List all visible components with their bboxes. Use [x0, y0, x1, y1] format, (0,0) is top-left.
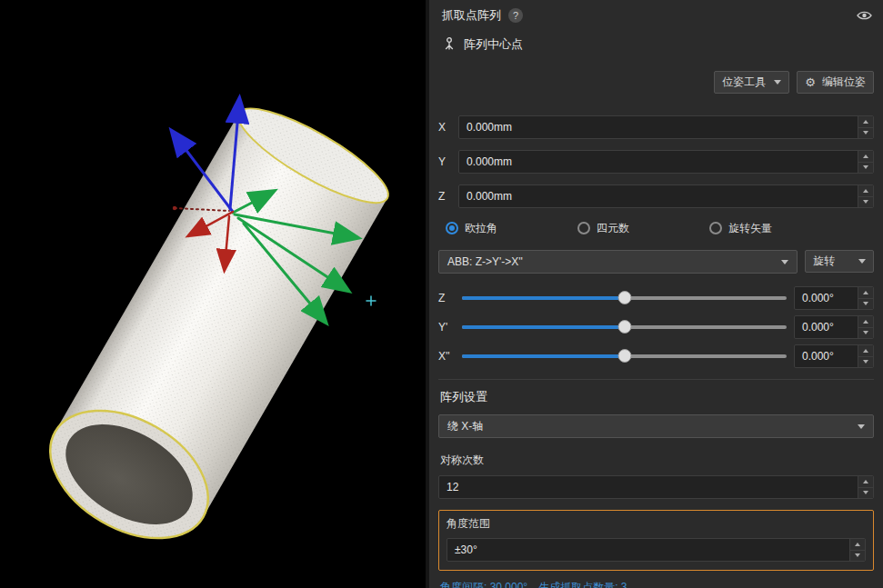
radio-euler-angles[interactable]: 欧拉角 — [446, 221, 497, 236]
angle-value-x-doubleprime[interactable]: 0.000° — [795, 345, 858, 367]
triangle-up-icon — [863, 349, 868, 353]
x-value[interactable]: 0.000mm — [459, 116, 858, 138]
angle-field-y-prime[interactable]: 0.000° — [794, 315, 874, 339]
coordinate-row-y: Y 0.000mm — [438, 150, 874, 174]
section-divider — [438, 379, 874, 380]
page-title: 抓取点阵列 — [442, 7, 501, 24]
rotation-row-y-prime: Y' 0.000° — [438, 315, 874, 339]
angle-spinner-x-doubleprime[interactable] — [858, 345, 873, 367]
spinner-up-button[interactable] — [858, 345, 873, 357]
app-window: 抓取点阵列 ? 阵列中心点 位姿工具 — [0, 0, 883, 588]
rotation-axis-value: 绕 X-轴 — [447, 419, 858, 434]
symmetry-count-value[interactable]: 12 — [439, 476, 858, 498]
radio-rotation-vector[interactable]: 旋转矢量 — [709, 221, 772, 236]
angle-range-spinner[interactable] — [849, 539, 865, 561]
z-spinner[interactable] — [858, 185, 873, 207]
triangle-down-icon — [863, 302, 868, 305]
rotation-row-x-doubleprime: X'' 0.000° — [438, 344, 874, 368]
symmetry-count-input[interactable]: 12 — [438, 475, 874, 499]
triangle-down-icon — [863, 165, 868, 169]
spinner-down-button[interactable] — [858, 299, 873, 310]
pose-tool-button[interactable]: 位姿工具 — [714, 71, 789, 94]
chevron-down-icon — [858, 424, 865, 429]
spinner-down-button[interactable] — [858, 197, 873, 208]
spinner-down-button[interactable] — [858, 357, 873, 368]
spinner-up-button[interactable] — [858, 287, 873, 299]
radio-label: 旋转矢量 — [728, 221, 772, 236]
radio-label: 四元数 — [597, 221, 629, 236]
rotation-slider-x-doubleprime[interactable] — [462, 344, 787, 368]
slider-label-x-doubleprime: X'' — [438, 350, 462, 363]
slider-handle[interactable] — [617, 291, 631, 304]
grasp-point-array-panel: 抓取点阵列 ? 阵列中心点 位姿工具 — [426, 0, 883, 588]
slider-fill — [462, 325, 625, 329]
help-icon[interactable]: ? — [508, 8, 523, 23]
angle-field-x-doubleprime[interactable]: 0.000° — [794, 344, 874, 368]
angle-spinner-y-prime[interactable] — [858, 316, 873, 338]
spinner-down-button[interactable] — [858, 488, 873, 499]
axis-label-x: X — [438, 121, 458, 134]
angle-field-z[interactable]: 0.000° — [794, 286, 874, 310]
chevron-down-icon — [774, 80, 781, 85]
angle-range-input[interactable]: ±30° — [447, 538, 866, 562]
z-input[interactable]: 0.000mm — [458, 184, 874, 208]
array-settings-title: 阵列设置 — [440, 389, 874, 405]
y-value[interactable]: 0.000mm — [459, 151, 858, 173]
edit-pose-button[interactable]: ⚙ 编辑位姿 — [797, 71, 874, 94]
triangle-up-icon — [863, 320, 868, 324]
spinner-down-button[interactable] — [858, 328, 873, 339]
viewport-3d[interactable] — [0, 0, 426, 588]
euler-convention-row: ABB: Z->Y'->X'' 旋转 — [438, 250, 874, 274]
y-input[interactable]: 0.000mm — [458, 150, 874, 174]
x-input[interactable]: 0.000mm — [458, 115, 874, 139]
spinner-down-button[interactable] — [858, 128, 873, 139]
slider-handle[interactable] — [617, 349, 631, 363]
triangle-up-icon — [863, 154, 868, 158]
angle-value-z[interactable]: 0.000° — [795, 287, 858, 309]
triangle-down-icon — [863, 200, 868, 204]
spinner-up-button[interactable] — [850, 539, 865, 551]
euler-convention-value: ABB: Z->Y'->X'' — [447, 255, 781, 268]
x-spinner[interactable] — [858, 116, 873, 138]
triangle-down-icon — [855, 553, 860, 557]
rotate-button[interactable]: 旋转 — [805, 250, 874, 273]
chevron-down-icon — [858, 259, 866, 264]
symmetry-spinner[interactable] — [858, 476, 873, 498]
euler-convention-select[interactable]: ABB: Z->Y'->X'' — [438, 250, 798, 274]
triangle-down-icon — [863, 331, 868, 334]
spinner-down-button[interactable] — [858, 163, 873, 174]
pose-tool-label: 位姿工具 — [722, 75, 766, 90]
coordinate-inputs: X 0.000mm Y 0.000mm — [438, 115, 874, 208]
chevron-down-icon — [781, 260, 788, 264]
angle-range-label: 角度范围 — [447, 516, 866, 532]
angle-spinner-z[interactable] — [858, 287, 873, 309]
spinner-up-button[interactable] — [858, 151, 873, 163]
y-spinner[interactable] — [858, 151, 873, 173]
spinner-up-button[interactable] — [858, 116, 873, 128]
rotation-mode-radios: 欧拉角 四元数 旋转矢量 — [438, 219, 874, 237]
z-value[interactable]: 0.000mm — [459, 185, 858, 207]
angle-range-value[interactable]: ±30° — [447, 539, 849, 561]
pointcloud-cylinder — [0, 0, 426, 588]
triangle-down-icon — [863, 491, 868, 494]
radio-quaternion[interactable]: 四元数 — [577, 221, 629, 236]
spinner-up-button[interactable] — [858, 316, 873, 328]
rotate-label: 旋转 — [813, 254, 835, 269]
coordinate-row-z: Z 0.000mm — [438, 184, 874, 208]
reference-point — [173, 206, 176, 210]
status-text: 角度间隔: 30.000°，生成抓取点数量: 3。 — [440, 580, 874, 588]
slider-fill — [462, 296, 625, 300]
rotation-axis-select[interactable]: 绕 X-轴 — [438, 414, 874, 438]
slider-label-z: Z — [438, 292, 462, 304]
spinner-up-button[interactable] — [858, 185, 873, 197]
axis-label-z: Z — [438, 190, 458, 203]
rotation-slider-y-prime[interactable] — [462, 315, 787, 339]
rotation-slider-z[interactable] — [462, 286, 787, 310]
spinner-up-button[interactable] — [858, 476, 873, 488]
spinner-down-button[interactable] — [850, 551, 865, 562]
visibility-eye-icon[interactable] — [857, 10, 872, 21]
slider-handle[interactable] — [617, 320, 631, 334]
radio-dot — [446, 222, 458, 234]
angle-value-y-prime[interactable]: 0.000° — [795, 316, 858, 338]
radio-dot — [709, 222, 722, 234]
